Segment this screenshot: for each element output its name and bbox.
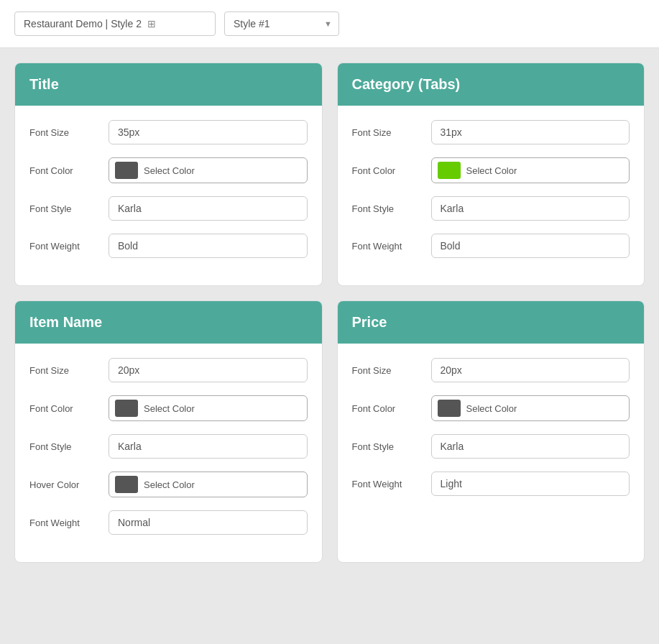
field-row-item-name-3: Hover ColorSelect Color xyxy=(29,472,308,497)
field-label-item-name-0: Font Size xyxy=(29,365,109,376)
field-label-item-name-4: Font Weight xyxy=(29,518,109,528)
field-input-title-2[interactable] xyxy=(109,196,308,221)
color-swatch-title-1 xyxy=(115,162,138,179)
field-label-title-2: Font Style xyxy=(29,203,109,214)
field-input-category-tabs-2[interactable] xyxy=(431,196,630,221)
field-row-price-3: Font Weight xyxy=(352,472,630,496)
color-swatch-category-tabs-1 xyxy=(438,162,461,179)
field-label-price-0: Font Size xyxy=(352,365,431,376)
field-row-item-name-2: Font Style xyxy=(29,434,308,459)
card-header-title: Title xyxy=(15,63,322,106)
field-label-item-name-2: Font Style xyxy=(29,441,109,452)
field-row-category-tabs-3: Font Weight xyxy=(352,234,630,258)
field-row-item-name-0: Font Size xyxy=(29,358,308,382)
field-input-price-2[interactable] xyxy=(431,434,630,459)
field-row-item-name-4: Font Weight xyxy=(29,510,308,535)
color-btn-title-1[interactable]: Select Color xyxy=(109,157,308,183)
field-input-item-name-4[interactable] xyxy=(109,510,308,535)
field-row-category-tabs-1: Font ColorSelect Color xyxy=(352,157,630,183)
card-category-tabs: Category (Tabs)Font SizeFont ColorSelect… xyxy=(337,63,645,286)
color-btn-label-category-tabs-1: Select Color xyxy=(466,165,517,176)
title-text: Restaurant Demo | Style 2 xyxy=(24,18,142,29)
field-row-title-3: Font Weight xyxy=(29,234,308,258)
field-label-title-0: Font Size xyxy=(29,127,109,138)
card-body-category-tabs: Font SizeFont ColorSelect ColorFont Styl… xyxy=(338,106,645,285)
style-select-wrapper: Style #1 Style #2 Style #3 xyxy=(224,12,339,36)
field-row-item-name-1: Font ColorSelect Color xyxy=(29,395,308,421)
color-btn-category-tabs-1[interactable]: Select Color xyxy=(431,157,630,183)
field-row-title-2: Font Style xyxy=(29,196,308,221)
field-label-title-3: Font Weight xyxy=(29,241,109,252)
color-btn-item-name-3[interactable]: Select Color xyxy=(109,472,308,497)
color-btn-label-price-1: Select Color xyxy=(466,403,517,414)
field-row-price-1: Font ColorSelect Color xyxy=(352,395,630,421)
field-input-price-3[interactable] xyxy=(431,472,630,496)
color-swatch-item-name-1 xyxy=(115,400,138,417)
card-body-item-name: Font SizeFont ColorSelect ColorFont Styl… xyxy=(15,344,322,562)
field-row-price-0: Font Size xyxy=(352,358,630,382)
color-btn-label-item-name-1: Select Color xyxy=(144,403,195,414)
top-bar: Restaurant Demo | Style 2 ⊞ Style #1 Sty… xyxy=(0,0,659,48)
field-row-title-1: Font ColorSelect Color xyxy=(29,157,308,183)
card-item-name: Item NameFont SizeFont ColorSelect Color… xyxy=(14,300,323,563)
field-label-price-1: Font Color xyxy=(352,403,431,414)
field-label-category-tabs-3: Font Weight xyxy=(352,241,431,252)
field-row-title-0: Font Size xyxy=(29,120,308,144)
card-price: PriceFont SizeFont ColorSelect ColorFont… xyxy=(337,300,645,563)
color-btn-label-item-name-3: Select Color xyxy=(144,479,195,490)
field-input-title-3[interactable] xyxy=(109,234,308,258)
color-swatch-price-1 xyxy=(438,400,461,417)
card-body-price: Font SizeFont ColorSelect ColorFont Styl… xyxy=(338,344,645,523)
color-btn-price-1[interactable]: Select Color xyxy=(431,395,630,421)
field-input-item-name-2[interactable] xyxy=(109,434,308,459)
field-input-price-0[interactable] xyxy=(431,358,630,382)
field-label-title-1: Font Color xyxy=(29,165,109,176)
field-label-category-tabs-2: Font Style xyxy=(352,203,431,214)
card-body-title: Font SizeFont ColorSelect ColorFont Styl… xyxy=(15,106,322,285)
field-input-category-tabs-0[interactable] xyxy=(431,120,630,144)
field-label-price-3: Font Weight xyxy=(352,479,431,489)
style-select[interactable]: Style #1 Style #2 Style #3 xyxy=(224,12,339,36)
field-input-item-name-0[interactable] xyxy=(109,358,308,382)
field-row-price-2: Font Style xyxy=(352,434,630,459)
field-row-category-tabs-2: Font Style xyxy=(352,196,630,221)
card-title: TitleFont SizeFont ColorSelect ColorFont… xyxy=(14,63,323,286)
title-input: Restaurant Demo | Style 2 ⊞ xyxy=(14,12,216,36)
card-header-item-name: Item Name xyxy=(15,301,322,344)
grid-icon: ⊞ xyxy=(147,18,156,29)
card-header-category-tabs: Category (Tabs) xyxy=(338,63,645,106)
field-label-item-name-3: Hover Color xyxy=(29,479,109,490)
color-btn-label-title-1: Select Color xyxy=(144,165,195,176)
color-swatch-item-name-3 xyxy=(115,476,138,493)
field-label-price-2: Font Style xyxy=(352,441,431,452)
card-header-price: Price xyxy=(338,301,645,344)
field-label-category-tabs-1: Font Color xyxy=(352,165,431,176)
color-btn-item-name-1[interactable]: Select Color xyxy=(109,395,308,421)
field-label-item-name-1: Font Color xyxy=(29,403,109,414)
field-input-category-tabs-3[interactable] xyxy=(431,234,630,258)
field-row-category-tabs-0: Font Size xyxy=(352,120,630,144)
main-content: TitleFont SizeFont ColorSelect ColorFont… xyxy=(0,48,659,577)
field-label-category-tabs-0: Font Size xyxy=(352,127,431,138)
field-input-title-0[interactable] xyxy=(109,120,308,144)
